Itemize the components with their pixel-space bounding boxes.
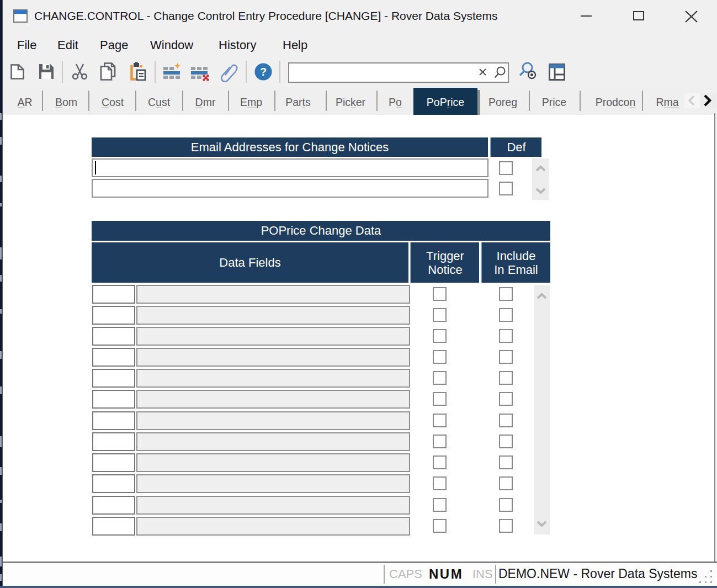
svg-text:?: ? bbox=[260, 66, 267, 78]
